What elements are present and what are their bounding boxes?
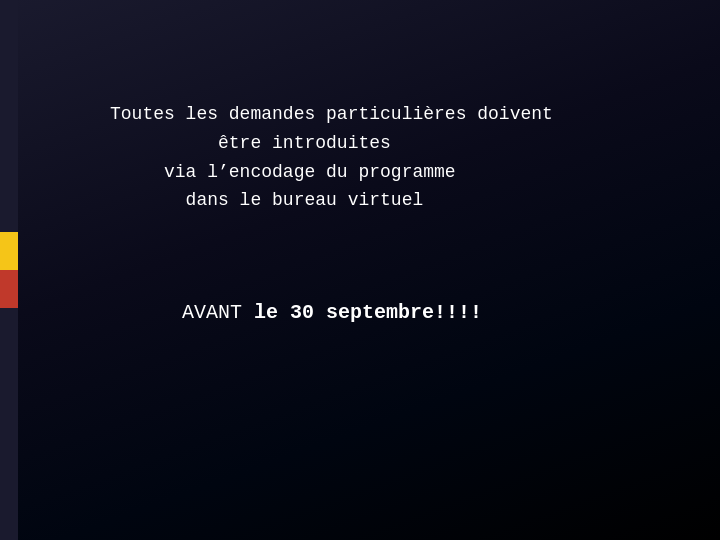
main-text-line1: Toutes les demandes particulières doiven… [110, 104, 553, 124]
avant-prefix: AVANT [182, 301, 254, 324]
main-content: Toutes les demandes particulières doiven… [110, 100, 660, 361]
main-text-line3: via l’encodage du programme [110, 162, 456, 182]
slide: Toutes les demandes particulières doiven… [0, 0, 720, 540]
bar-bottom [0, 308, 18, 540]
left-bar [0, 0, 18, 540]
bar-red [0, 270, 18, 308]
main-text-line2: être introduites [110, 133, 391, 153]
bar-yellow [0, 232, 18, 270]
avant-bold-text: le 30 septembre!!!! [254, 301, 482, 324]
bar-top [0, 0, 18, 232]
main-paragraph: Toutes les demandes particulières doiven… [110, 100, 660, 215]
avant-paragraph: AVANT le 30 septembre!!!! [110, 265, 660, 361]
main-text-line4: dans le bureau virtuel [110, 190, 423, 210]
